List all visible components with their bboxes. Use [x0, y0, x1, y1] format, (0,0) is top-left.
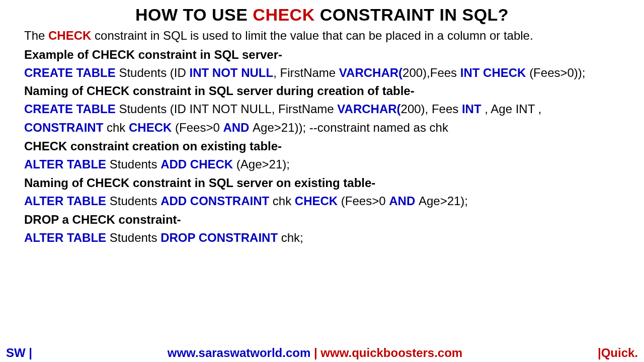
txt: Students	[110, 194, 160, 208]
code-block-5: ALTER TABLE Students DROP CONSTRAINT chk…	[24, 231, 620, 245]
kw: DROP CONSTRAINT	[160, 231, 281, 244]
footer-right: |Quick.	[598, 346, 638, 360]
section-heading-4: Naming of CHECK constraint in SQL server…	[24, 176, 620, 190]
kw: AND	[223, 121, 253, 134]
kw: VARCHAR(	[337, 102, 400, 116]
code-block-2a: CREATE TABLE Students (ID INT NOT NULL, …	[24, 102, 620, 117]
section-heading-3: CHECK constraint creation on existing ta…	[24, 139, 620, 153]
txt: (Fees>0	[341, 194, 389, 208]
kw: ADD CHECK	[160, 157, 236, 171]
kw: CHECK	[129, 121, 175, 134]
kw: ALTER TABLE	[24, 157, 110, 171]
kw: ALTER TABLE	[24, 194, 110, 208]
title-pre: HOW TO USE	[135, 5, 253, 24]
title-highlight: CHECK	[253, 5, 314, 24]
code-block-1: CREATE TABLE Students (ID INT NOT NULL, …	[24, 66, 620, 80]
txt: , FirstName	[273, 66, 339, 79]
txt: chk;	[281, 231, 303, 244]
intro-paragraph: The CHECK constraint in SQL is used to l…	[24, 29, 620, 43]
txt: chk	[107, 121, 129, 134]
kw: VARCHAR(	[339, 66, 403, 79]
kw: CREATE TABLE	[24, 102, 119, 116]
footer-left: SW |	[6, 346, 32, 360]
footer-pipe: |	[314, 346, 320, 359]
intro-post: constraint in SQL is used to limit the v…	[91, 29, 533, 42]
txt: , Age INT ,	[485, 102, 541, 116]
txt: chk	[273, 194, 295, 208]
kw: ADD CONSTRAINT	[160, 194, 273, 208]
code-block-3: ALTER TABLE Students ADD CHECK (Age>21);	[24, 157, 620, 172]
footer-url-2: www.quickboosters.com	[320, 346, 462, 359]
txt: Students	[110, 231, 160, 244]
page-title: HOW TO USE CHECK CONSTRAINT IN SQL?	[24, 5, 620, 25]
txt: Age>21);	[419, 194, 468, 208]
intro-keyword: CHECK	[48, 29, 91, 42]
kw: INT NOT NULL	[190, 66, 274, 79]
section-heading-2: Naming of CHECK constraint in SQL server…	[24, 84, 620, 98]
footer: SW | www.saraswatworld.com | www.quickbo…	[0, 346, 644, 360]
kw: AND	[389, 194, 419, 208]
txt: Students (ID INT NOT NULL, FirstName	[119, 102, 337, 116]
txt: (Fees>0	[175, 121, 223, 134]
kw: INT	[462, 102, 485, 116]
kw: INT CHECK	[460, 66, 529, 79]
title-post: CONSTRAINT IN SQL?	[315, 5, 509, 24]
code-block-4: ALTER TABLE Students ADD CONSTRAINT chk …	[24, 194, 620, 209]
section-heading-1: Example of CHECK constraint in SQL serve…	[24, 48, 620, 62]
section-heading-5: DROP a CHECK constraint-	[24, 213, 620, 227]
intro-pre: The	[24, 29, 48, 42]
txt: Students	[110, 157, 160, 171]
footer-url-1: www.saraswatworld.com	[168, 346, 314, 359]
txt: Students (ID	[119, 66, 189, 79]
kw: CHECK	[295, 194, 341, 208]
code-block-2b: CONSTRAINT chk CHECK (Fees>0 AND Age>21)…	[24, 121, 620, 135]
footer-center: www.saraswatworld.com | www.quickbooster…	[32, 346, 598, 360]
kw: CREATE TABLE	[24, 66, 119, 79]
txt: Age>21)); --constraint named as chk	[253, 121, 448, 134]
txt: (Fees>0));	[529, 66, 585, 79]
txt: 200), Fees	[401, 102, 462, 116]
txt: 200),Fees	[403, 66, 460, 79]
kw: CONSTRAINT	[24, 121, 107, 134]
kw: ALTER TABLE	[24, 231, 110, 244]
txt: (Age>21);	[236, 157, 290, 171]
